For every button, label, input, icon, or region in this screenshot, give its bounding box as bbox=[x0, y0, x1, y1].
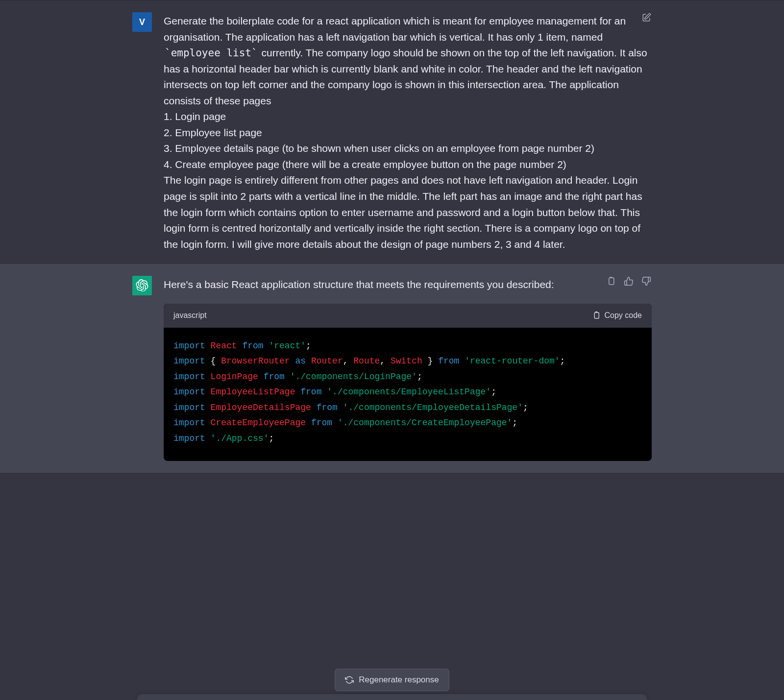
svg-rect-0 bbox=[594, 313, 599, 318]
assistant-message-actions bbox=[606, 276, 652, 287]
code-header: javascript Copy code bbox=[164, 304, 652, 328]
code-line: import EmployeeListPage from './componen… bbox=[173, 385, 642, 400]
code-block: javascript Copy code import React from '… bbox=[164, 304, 652, 461]
code-line: import CreateEmployeePage from './compon… bbox=[173, 415, 642, 431]
user-prompt-item-3: 3. Employee details page (to be shown wh… bbox=[164, 143, 594, 154]
user-message-content: Generate the boilerplate code for a reac… bbox=[164, 12, 652, 252]
svg-rect-1 bbox=[609, 278, 614, 285]
code-line: import LoginPage from './components/Logi… bbox=[173, 369, 642, 385]
code-line: import './App.css'; bbox=[173, 431, 642, 447]
thumbs-down-icon bbox=[641, 276, 651, 286]
copy-message-button[interactable] bbox=[606, 276, 616, 287]
user-message-container: V Generate the boilerplate code for a re… bbox=[122, 0, 662, 264]
thumbs-up-button[interactable] bbox=[623, 276, 634, 287]
assistant-intro-text: Here's a basic React application structu… bbox=[164, 277, 652, 293]
assistant-message-content: Here's a basic React application structu… bbox=[164, 276, 652, 461]
copy-code-button[interactable]: Copy code bbox=[592, 310, 642, 322]
assistant-avatar bbox=[132, 276, 152, 295]
code-line: import { BrowserRouter as Router, Route,… bbox=[173, 354, 642, 369]
user-prompt-text: Generate the boilerplate code for a reac… bbox=[164, 15, 626, 43]
user-message-row: V Generate the boilerplate code for a re… bbox=[0, 0, 784, 264]
user-avatar: V bbox=[132, 12, 152, 32]
user-prompt-tail: The login page is entirely different fro… bbox=[164, 174, 642, 249]
code-line: import React from 'react'; bbox=[173, 338, 642, 354]
assistant-message-container: Here's a basic React application structu… bbox=[122, 264, 662, 473]
clipboard-icon bbox=[606, 276, 616, 286]
user-prompt-item-4: 4. Create employee page (there will be a… bbox=[164, 159, 566, 170]
user-prompt-item-2: 2. Employee list page bbox=[164, 127, 262, 138]
user-prompt-item-1: 1. Login page bbox=[164, 111, 226, 122]
edit-icon bbox=[641, 13, 651, 23]
inline-code: `employee list` bbox=[164, 47, 259, 59]
clipboard-icon bbox=[592, 311, 601, 320]
code-line: import EmployeeDetailsPage from './compo… bbox=[173, 400, 642, 416]
thumbs-down-button[interactable] bbox=[641, 276, 652, 287]
user-message-actions bbox=[641, 12, 652, 23]
code-body: import React from 'react'; import { Brow… bbox=[164, 328, 652, 461]
chatgpt-logo-icon bbox=[136, 279, 148, 292]
code-language-label: javascript bbox=[173, 310, 207, 322]
copy-code-label: Copy code bbox=[605, 310, 642, 322]
thumbs-up-icon bbox=[624, 276, 634, 286]
edit-button[interactable] bbox=[641, 12, 652, 23]
assistant-message-row: Here's a basic React application structu… bbox=[0, 264, 784, 473]
